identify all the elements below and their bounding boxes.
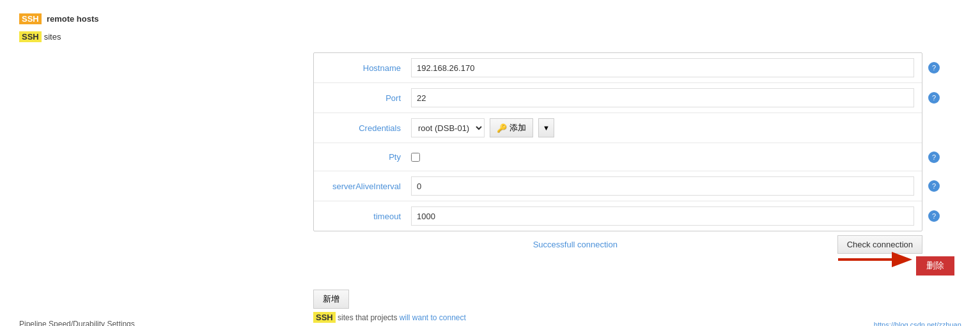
hostname-help-icon[interactable]: ? xyxy=(928,62,940,74)
port-input[interactable] xyxy=(411,88,914,107)
hostname-row: Hostname ? xyxy=(314,53,922,83)
add-new-button[interactable]: 新增 xyxy=(313,290,349,309)
credentials-label: Credentials xyxy=(322,123,411,133)
server-alive-label: serverAliveInterval xyxy=(322,182,411,191)
server-alive-input[interactable] xyxy=(411,176,914,196)
credentials-select[interactable]: root (DSB-01) xyxy=(411,118,485,137)
sites-text: sites xyxy=(44,32,61,42)
add-credentials-button[interactable]: 🔑 添加 xyxy=(490,118,533,137)
server-alive-help-icon[interactable]: ? xyxy=(928,180,940,192)
sites-label: SSH sites xyxy=(19,31,961,42)
form-panel: Hostname ? Port ? Credentials root (DSB-… xyxy=(313,52,922,231)
timeout-row: timeout ? xyxy=(314,201,922,231)
sites-note-link[interactable]: will want to connect xyxy=(400,313,466,322)
ssh-badge-note: SSH xyxy=(313,312,336,323)
sites-note: SSH sites that projects will want to con… xyxy=(313,313,961,322)
sites-note-text: sites that projects xyxy=(338,313,397,322)
pty-checkbox[interactable] xyxy=(411,153,420,162)
timeout-input[interactable] xyxy=(411,206,914,226)
hostname-label: Hostname xyxy=(322,63,411,73)
ssh-badge-title: SSH xyxy=(19,13,42,24)
success-message: Successfull connection xyxy=(313,240,837,249)
add-new-row: 新增 xyxy=(19,284,961,309)
key-icon: 🔑 xyxy=(497,123,507,133)
port-help-icon[interactable]: ? xyxy=(928,92,940,104)
server-alive-row: serverAliveInterval ? xyxy=(314,171,922,201)
section-title-text: remote hosts xyxy=(47,14,99,24)
bottom-link[interactable]: https://blog.csdn.net/zzhuan... xyxy=(874,321,967,326)
pty-row: Pty ? xyxy=(314,143,922,171)
add-credentials-dropdown-arrow[interactable]: ▼ xyxy=(538,118,554,137)
delete-button[interactable]: 删除 xyxy=(916,256,954,276)
section-title: SSH remote hosts xyxy=(19,13,961,24)
arrow-icon xyxy=(838,250,915,269)
port-label: Port xyxy=(322,93,411,103)
hostname-input[interactable] xyxy=(411,58,914,77)
delete-row: 删除 xyxy=(19,256,961,279)
add-button-label: 添加 xyxy=(509,122,526,134)
timeout-label: timeout xyxy=(322,212,411,221)
action-row: Successfull connection Check connection xyxy=(313,235,922,254)
pipeline-section: Pipeline Speed/Durability Settings xyxy=(19,320,135,326)
pty-label: Pty xyxy=(322,152,411,162)
timeout-help-icon[interactable]: ? xyxy=(928,210,940,222)
credentials-row: Credentials root (DSB-01) 🔑 添加 ▼ xyxy=(314,113,922,143)
pty-help-icon[interactable]: ? xyxy=(928,151,940,163)
port-row: Port ? xyxy=(314,83,922,113)
credentials-controls: root (DSB-01) 🔑 添加 ▼ xyxy=(411,118,914,137)
ssh-badge-sites: SSH xyxy=(19,31,42,42)
